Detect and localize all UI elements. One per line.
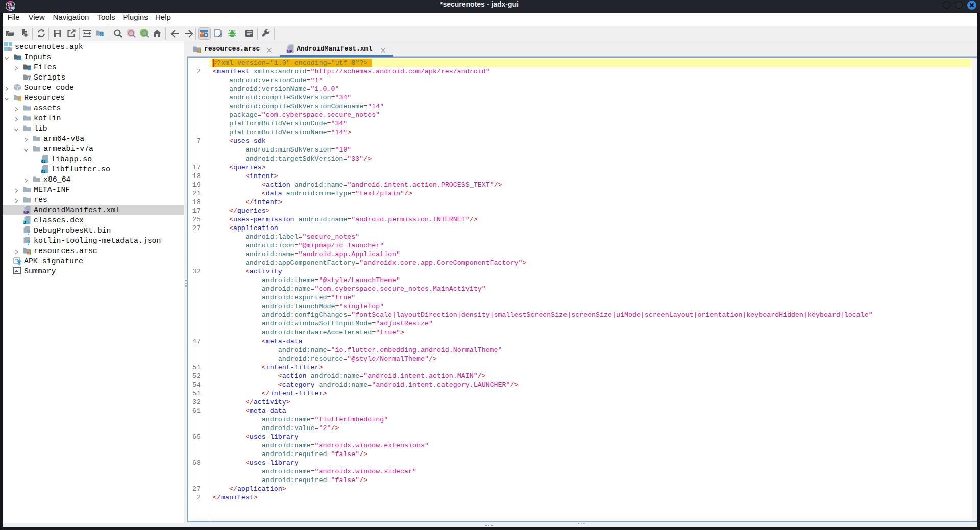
svg-text:01: 01 (41, 170, 45, 173)
svg-text:01: 01 (41, 160, 45, 163)
svg-text:?: ? (27, 229, 30, 235)
svg-text:MF: MF (23, 211, 29, 214)
svg-text:MF: MF (287, 49, 292, 53)
svg-text:DX: DX (9, 6, 14, 10)
svg-text:J: J (23, 220, 26, 224)
svg-text:?: ? (27, 239, 30, 245)
